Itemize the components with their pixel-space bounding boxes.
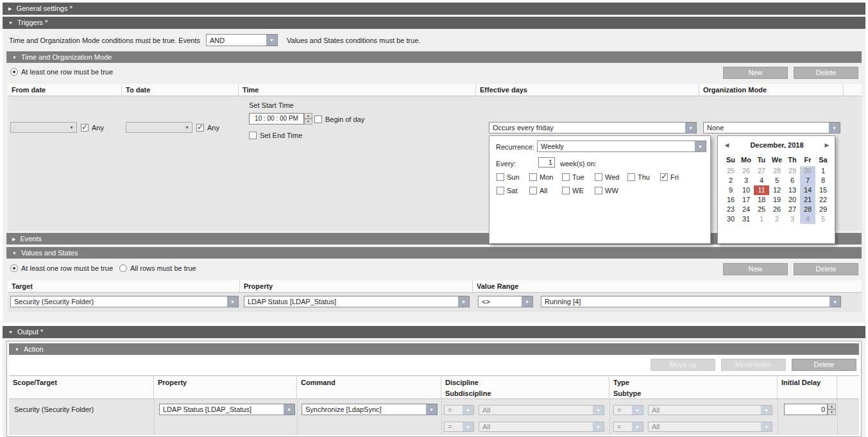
to-date-any-checkbox[interactable]: Any (196, 123, 219, 132)
calendar-day[interactable]: 17 (738, 195, 754, 205)
start-time-input[interactable]: 10 : 00 : 00 PM (249, 113, 304, 124)
calendar-day[interactable]: 2 (769, 214, 785, 224)
chevron-down-icon[interactable]: ▼ (593, 406, 604, 415)
calendar-day[interactable]: 21 (800, 195, 815, 205)
chevron-down-icon[interactable]: ▼ (458, 296, 469, 307)
move-down-button[interactable]: Move down (721, 359, 786, 371)
calendar-prev-icon[interactable]: ◀ (722, 142, 732, 148)
calendar-day[interactable]: 19 (769, 195, 785, 205)
calendar-day[interactable]: 31 (738, 214, 754, 224)
calendar-day[interactable]: 13 (785, 185, 800, 195)
calendar-day[interactable]: 22 (815, 195, 831, 205)
calendar-day[interactable]: 26 (769, 205, 785, 214)
vs-rule-radio-all-rows[interactable]: All rows must be true (119, 264, 196, 273)
spinner-up-icon[interactable]: ▲ (304, 113, 312, 119)
weekday-checkbox-sun[interactable]: Sun (497, 173, 529, 181)
chevron-down-icon[interactable]: ▼ (632, 406, 643, 415)
discipline-operator-dropdown[interactable]: = ▼ (444, 405, 474, 415)
calendar-day[interactable]: 2 (723, 176, 738, 185)
type-value-dropdown[interactable]: All ▼ (648, 405, 772, 415)
chevron-down-icon[interactable]: ▼ (463, 422, 473, 431)
calendar-day[interactable]: 4 (800, 214, 815, 224)
calendar-day[interactable]: 8 (815, 176, 831, 185)
calendar-day[interactable]: 24 (738, 205, 754, 214)
weekday-checkbox-all[interactable]: All (529, 187, 562, 194)
calendar-day[interactable]: 6 (785, 176, 800, 185)
subtype-value-dropdown[interactable]: All ▼ (648, 422, 772, 432)
calendar-day[interactable]: 28 (800, 205, 815, 214)
section-header-general-settings[interactable]: ▶General settings * (3, 3, 865, 15)
calendar-day[interactable]: 7 (800, 176, 815, 185)
chevron-down-icon[interactable]: ▼ (829, 123, 840, 133)
calendar-day[interactable]: 4 (754, 176, 769, 185)
calendar-day[interactable]: 25 (754, 205, 769, 214)
calendar-day[interactable]: 12 (769, 185, 785, 195)
chevron-down-icon[interactable]: ▼ (426, 404, 437, 415)
weekday-checkbox-fri[interactable]: Fri (660, 173, 693, 181)
move-up-button[interactable]: Move up (651, 359, 715, 371)
initial-delay-spinner[interactable]: ▲ ▼ (828, 404, 836, 415)
weekday-checkbox-mon[interactable]: Mon (529, 173, 562, 181)
calendar-next-icon[interactable]: ▶ (822, 142, 832, 148)
calendar-day[interactable]: 16 (723, 195, 738, 205)
calendar-day[interactable]: 15 (815, 185, 831, 195)
begin-of-day-checkbox[interactable]: Begin of day (314, 115, 364, 124)
weekday-checkbox-wed[interactable]: Wed (595, 173, 627, 181)
section-header-output[interactable]: ▼Output * (3, 326, 865, 338)
calendar-day[interactable]: 27 (785, 205, 800, 214)
time-org-new-button[interactable]: New (723, 67, 788, 79)
calendar-day[interactable]: 14 (800, 185, 815, 195)
operator-dropdown[interactable]: <> ▼ (478, 296, 533, 307)
chevron-down-icon[interactable]: ▼ (522, 296, 532, 307)
every-weeks-input[interactable]: 1 (538, 157, 555, 167)
calendar-day[interactable]: 11 (754, 185, 769, 195)
spinner-down-icon[interactable]: ▼ (304, 119, 312, 124)
calendar-day[interactable]: 1 (754, 214, 769, 224)
initial-delay-input[interactable]: 0 (784, 404, 828, 415)
property-dropdown[interactable]: LDAP Status [LDAP_Status] ▼ (244, 296, 470, 307)
calendar-day[interactable]: 3 (738, 176, 754, 185)
from-date-any-checkbox[interactable]: Any (81, 123, 104, 132)
calendar-day[interactable]: 5 (815, 214, 831, 224)
chevron-down-icon[interactable]: ▼ (593, 422, 604, 431)
section-header-triggers[interactable]: ▼Triggers * (3, 17, 865, 29)
values-states-new-button[interactable]: New (723, 263, 788, 275)
to-date-combo[interactable]: ▼ (126, 122, 192, 133)
values-states-delete-button[interactable]: Delete (794, 263, 858, 275)
rule-radio-at-least-one[interactable]: At least one row must be true (10, 67, 113, 76)
calendar-day[interactable]: 28 (769, 166, 785, 176)
calendar-day[interactable]: 18 (754, 195, 769, 205)
calendar-day[interactable]: 5 (769, 176, 785, 185)
weekday-checkbox-thu[interactable]: Thu (627, 173, 660, 181)
subdiscipline-operator-dropdown[interactable]: = ▼ (444, 422, 474, 432)
subtype-operator-dropdown[interactable]: = ▼ (613, 422, 643, 432)
effective-days-dropdown[interactable]: Occurs every friday ▼ (489, 122, 697, 133)
weekday-checkbox-sat[interactable]: Sat (497, 187, 529, 194)
target-dropdown[interactable]: Security (Security Folder) ▼ (10, 296, 239, 307)
calendar-day[interactable]: 27 (754, 166, 769, 176)
calendar-day[interactable]: 10 (738, 185, 754, 195)
value-range-dropdown[interactable]: Running [4] ▼ (541, 296, 841, 307)
chevron-down-icon[interactable]: ▼ (830, 296, 840, 307)
subsection-header-action[interactable]: ▼Action (9, 343, 859, 355)
weekday-checkbox-we[interactable]: WE (562, 187, 595, 194)
chevron-down-icon[interactable]: ▼ (685, 123, 696, 133)
chevron-down-icon[interactable]: ▼ (284, 404, 294, 415)
subdiscipline-value-dropdown[interactable]: All ▼ (479, 422, 604, 432)
calendar-day[interactable]: 29 (785, 166, 800, 176)
calendar-day[interactable]: 20 (785, 195, 800, 205)
action-delete-button[interactable]: Delete (792, 359, 856, 371)
calendar-day[interactable]: 26 (738, 166, 754, 176)
chevron-down-icon[interactable]: ▼ (695, 141, 706, 151)
weekday-checkbox-ww[interactable]: WW (595, 187, 627, 194)
calendar-day[interactable]: 29 (815, 205, 831, 214)
chevron-down-icon[interactable]: ▼ (67, 123, 76, 132)
calendar-day[interactable]: 3 (785, 214, 800, 224)
set-end-time-checkbox[interactable]: Set End Time (249, 131, 302, 140)
start-time-spinner[interactable]: ▲ ▼ (304, 113, 312, 124)
spinner-down-icon[interactable]: ▼ (828, 409, 836, 415)
discipline-value-dropdown[interactable]: All ▼ (479, 405, 604, 415)
chevron-down-icon[interactable]: ▼ (182, 123, 192, 132)
action-property-dropdown[interactable]: LDAP Status [LDAP_Status] ▼ (159, 404, 295, 415)
events-operator-dropdown[interactable]: AND ▼ (206, 34, 278, 46)
